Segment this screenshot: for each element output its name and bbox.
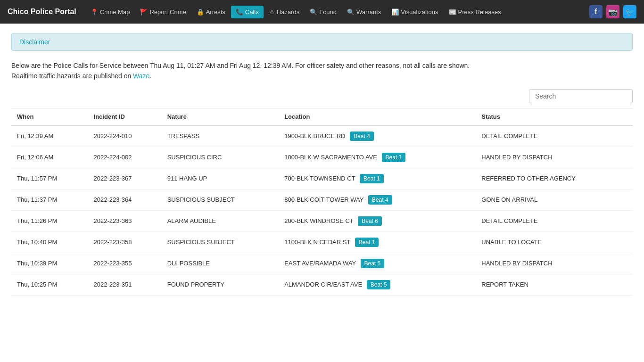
beat-badge: Beat 4 bbox=[368, 195, 392, 205]
cell-location: 800-BLK COIT TOWER WAY Beat 4 bbox=[279, 189, 476, 210]
cell-status: DETAIL COMPLETE bbox=[476, 125, 633, 147]
beat-badge: Beat 1 bbox=[382, 153, 406, 162]
nav-visualizations[interactable]: 📊 Visualizations bbox=[387, 6, 443, 18]
col-when: When bbox=[11, 108, 88, 125]
cell-location: 1900-BLK BRUCE RD Beat 4 bbox=[279, 125, 476, 147]
beat-badge: Beat 1 bbox=[360, 174, 384, 183]
cell-location: 1100-BLK N CEDAR ST Beat 1 bbox=[279, 231, 476, 253]
nav-calls[interactable]: 📞 Calls bbox=[231, 6, 264, 18]
press-releases-icon: 📰 bbox=[449, 8, 456, 16]
nav-hazards[interactable]: ⚠ Hazards bbox=[264, 6, 304, 18]
crime-map-icon: 📍 bbox=[91, 8, 98, 16]
disclaimer-title: Disclaimer bbox=[19, 38, 625, 46]
cell-nature: DUI POSSIBLE bbox=[162, 253, 279, 274]
nav-crime-map[interactable]: 📍 Crime Map bbox=[86, 6, 135, 18]
cell-location: 700-BLK TOWNSEND CT Beat 1 bbox=[279, 168, 476, 189]
report-crime-icon: 🚩 bbox=[140, 8, 148, 16]
arrests-icon: 🔒 bbox=[197, 8, 204, 16]
cell-nature: SUSPICIOUS SUBJECT bbox=[162, 231, 279, 253]
main-content: Disclaimer Below are the Police Calls fo… bbox=[0, 24, 644, 305]
cell-status: HANDLED BY DISPATCH bbox=[476, 253, 633, 274]
search-input[interactable] bbox=[529, 89, 633, 103]
cell-when: Fri, 12:06 AM bbox=[11, 147, 88, 168]
cell-status: HANDLED BY DISPATCH bbox=[476, 147, 633, 168]
cell-incident-id: 2022-223-358 bbox=[88, 231, 162, 253]
cell-when: Thu, 11:57 PM bbox=[11, 168, 88, 189]
nav-links: 📍 Crime Map 🚩 Report Crime 🔒 Arrests 📞 C… bbox=[86, 6, 589, 18]
cell-nature: ALARM AUDIBLE bbox=[162, 210, 279, 231]
waze-link[interactable]: Waze bbox=[133, 72, 149, 80]
table-row: Thu, 11:26 PM 2022-223-363 ALARM AUDIBLE… bbox=[11, 210, 633, 231]
facebook-link[interactable]: f bbox=[589, 5, 603, 18]
cell-nature: TRESPASS bbox=[162, 125, 279, 147]
warrants-icon: 🔍 bbox=[347, 8, 355, 16]
brand: Chico Police Portal bbox=[8, 8, 76, 16]
cell-incident-id: 2022-224-002 bbox=[88, 147, 162, 168]
twitter-link[interactable]: 🐦 bbox=[623, 5, 636, 18]
cell-incident-id: 2022-223-351 bbox=[88, 274, 162, 295]
table-header: When Incident ID Nature Location Status bbox=[11, 108, 633, 125]
nav-found[interactable]: 🔍 Found bbox=[305, 6, 341, 18]
social-links: f 📷 🐦 bbox=[589, 5, 636, 18]
table-row: Thu, 10:40 PM 2022-223-358 SUSPICIOUS SU… bbox=[11, 231, 633, 253]
cell-when: Thu, 10:25 PM bbox=[11, 274, 88, 295]
cell-incident-id: 2022-223-364 bbox=[88, 189, 162, 210]
cell-when: Fri, 12:39 AM bbox=[11, 125, 88, 147]
cell-incident-id: 2022-223-355 bbox=[88, 253, 162, 274]
col-nature: Nature bbox=[162, 108, 279, 125]
nav-arrests[interactable]: 🔒 Arrests bbox=[192, 6, 230, 18]
table-row: Thu, 11:57 PM 2022-223-367 911 HANG UP 7… bbox=[11, 168, 633, 189]
beat-badge: Beat 5 bbox=[367, 280, 391, 289]
table-row: Fri, 12:39 AM 2022-224-010 TRESPASS 1900… bbox=[11, 125, 633, 147]
beat-badge: Beat 4 bbox=[350, 132, 374, 141]
col-status: Status bbox=[476, 108, 633, 125]
table-row: Fri, 12:06 AM 2022-224-002 SUSPICIOUS CI… bbox=[11, 147, 633, 168]
calls-icon: 📞 bbox=[236, 8, 243, 16]
cell-location: 1000-BLK W SACRAMENTO AVE Beat 1 bbox=[279, 147, 476, 168]
disclaimer-box: Disclaimer bbox=[11, 33, 633, 51]
nav-report-crime[interactable]: 🚩 Report Crime bbox=[135, 6, 190, 18]
cell-nature: 911 HANG UP bbox=[162, 168, 279, 189]
visualizations-icon: 📊 bbox=[391, 8, 399, 16]
info-text: Below are the Police Calls for Service b… bbox=[11, 60, 633, 82]
cell-when: Thu, 10:40 PM bbox=[11, 231, 88, 253]
beat-badge: Beat 1 bbox=[355, 238, 379, 247]
search-row bbox=[11, 89, 633, 103]
beat-badge: Beat 6 bbox=[358, 216, 382, 226]
cell-status: REFERRED TO OTHER AGENCY bbox=[476, 168, 633, 189]
cell-incident-id: 2022-223-363 bbox=[88, 210, 162, 231]
cell-status: REPORT TAKEN bbox=[476, 274, 633, 295]
hazards-icon: ⚠ bbox=[269, 8, 275, 16]
cell-status: DETAIL COMPLETE bbox=[476, 210, 633, 231]
cell-nature: SUSPICIOUS CIRC bbox=[162, 147, 279, 168]
cell-when: Thu, 10:39 PM bbox=[11, 253, 88, 274]
cell-nature: FOUND PROPERTY bbox=[162, 274, 279, 295]
cell-incident-id: 2022-224-010 bbox=[88, 125, 162, 147]
navbar: Chico Police Portal 📍 Crime Map 🚩 Report… bbox=[0, 0, 644, 24]
cell-when: Thu, 11:26 PM bbox=[11, 210, 88, 231]
nav-warrants[interactable]: 🔍 Warrants bbox=[342, 6, 386, 18]
cell-status: GONE ON ARRIVAL bbox=[476, 189, 633, 210]
cell-location: 200-BLK WINDROSE CT Beat 6 bbox=[279, 210, 476, 231]
cell-location: ALMANDOR CIR/EAST AVE Beat 5 bbox=[279, 274, 476, 295]
table-row: Thu, 11:37 PM 2022-223-364 SUSPICIOUS SU… bbox=[11, 189, 633, 210]
instagram-link[interactable]: 📷 bbox=[606, 5, 619, 18]
cell-when: Thu, 11:37 PM bbox=[11, 189, 88, 210]
nav-press-releases[interactable]: 📰 Press Releases bbox=[444, 6, 506, 18]
table-row: Thu, 10:25 PM 2022-223-351 FOUND PROPERT… bbox=[11, 274, 633, 295]
cell-incident-id: 2022-223-367 bbox=[88, 168, 162, 189]
col-location: Location bbox=[279, 108, 476, 125]
cell-nature: SUSPICIOUS SUBJECT bbox=[162, 189, 279, 210]
found-icon: 🔍 bbox=[310, 8, 317, 16]
cell-location: EAST AVE/RAMADA WAY Beat 5 bbox=[279, 253, 476, 274]
beat-badge: Beat 5 bbox=[361, 259, 385, 268]
col-incident-id: Incident ID bbox=[88, 108, 162, 125]
table-body: Fri, 12:39 AM 2022-224-010 TRESPASS 1900… bbox=[11, 125, 633, 296]
calls-table: When Incident ID Nature Location Status … bbox=[11, 108, 633, 296]
cell-status: UNABLE TO LOCATE bbox=[476, 231, 633, 253]
table-row: Thu, 10:39 PM 2022-223-355 DUI POSSIBLE … bbox=[11, 253, 633, 274]
